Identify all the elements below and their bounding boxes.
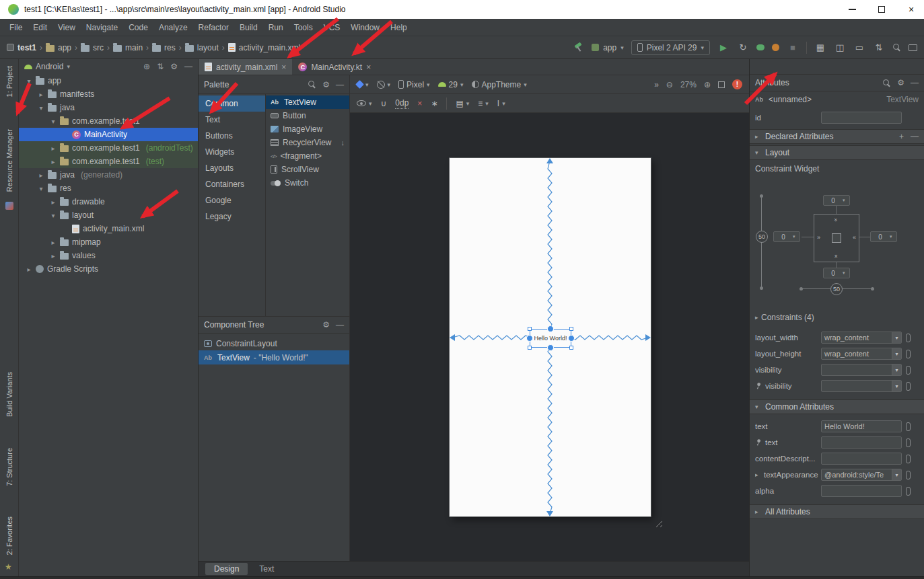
layout-width-dropdown[interactable]: wrap_content ▾ [821, 332, 902, 344]
palette-category-containers[interactable]: Containers [199, 176, 265, 192]
id-input[interactable] [821, 112, 902, 124]
constraint-arrow-top[interactable]: » [832, 218, 839, 221]
component-tree-item-textview[interactable]: Ab TextView - "Hello World!" [199, 350, 349, 364]
constraint-anchor-bottom[interactable] [547, 344, 554, 351]
breadcrumb-src[interactable]: src [81, 43, 104, 52]
tree-item-gradle-scripts[interactable]: ▸ Gradle Scripts [19, 262, 198, 276]
tools-text-input[interactable] [821, 436, 902, 449]
locate-file-icon[interactable]: ⊕ [143, 62, 150, 71]
tree-item-java-generated[interactable]: ▸ java (generated) [19, 168, 198, 182]
menu-file[interactable]: File [4, 21, 28, 34]
stop-icon[interactable]: ■ [787, 42, 799, 52]
palette-item-imageview[interactable]: ImageView [266, 122, 349, 136]
error-panel-icon[interactable]: ! [732, 79, 742, 89]
search-icon[interactable] [308, 80, 316, 89]
resource-picker-icon[interactable] [906, 366, 911, 375]
module-selector[interactable]: app ▾ [592, 43, 624, 52]
menu-edit[interactable]: Edit [28, 21, 52, 34]
tree-collapsed-icon[interactable]: ▸ [38, 171, 44, 179]
section-common-attributes[interactable]: ▾ Common Attributes [750, 399, 924, 414]
tools-visibility-dropdown[interactable]: ▾ [821, 380, 902, 392]
canvas-resize-handle[interactable] [653, 518, 662, 527]
device-selector[interactable]: Pixel 2 API 29 ▾ [631, 40, 710, 55]
menu-run[interactable]: Run [263, 21, 289, 34]
tab-design[interactable]: Design [205, 563, 248, 575]
menu-view[interactable]: View [52, 21, 81, 34]
tree-item-package[interactable]: ▾ com.example.test1 [19, 114, 198, 128]
menu-refactor[interactable]: Refactor [193, 21, 234, 34]
palette-category-legacy[interactable]: Legacy [199, 208, 265, 225]
tree-expanded-icon[interactable]: ▾ [38, 104, 44, 112]
pack-menu[interactable]: ▤▾ [456, 99, 469, 108]
menu-analyze[interactable]: Analyze [153, 21, 193, 34]
resource-picker-icon[interactable] [906, 334, 911, 342]
resource-picker-icon[interactable] [906, 487, 911, 496]
gear-icon[interactable]: ⚙ [170, 62, 178, 71]
sdk-manager-icon[interactable]: ⇅ [873, 42, 885, 52]
tool-window-favorites[interactable]: 2: Favorites [5, 516, 13, 555]
avd-manager-icon[interactable]: ▭ [853, 42, 865, 52]
search-everywhere-icon[interactable] [892, 43, 901, 52]
tree-expanded-icon[interactable]: ▾ [50, 118, 57, 125]
constraint-anchor-right[interactable] [568, 335, 575, 342]
tree-item-layout[interactable]: ▾ layout [19, 208, 198, 222]
palette-item-recyclerview[interactable]: RecyclerView ↓ [266, 136, 349, 149]
selection-handle[interactable] [569, 327, 573, 331]
zoom-out-icon[interactable]: ⊖ [666, 80, 673, 89]
clear-constraints-icon[interactable]: × [417, 99, 422, 108]
section-constraints[interactable]: ▸ Constraints (4) [750, 309, 924, 325]
resource-picker-icon[interactable] [906, 471, 911, 479]
chevron-right-icon[interactable]: ▸ [755, 471, 761, 478]
guidelines-menu[interactable]: I▾ [497, 99, 505, 108]
run-button[interactable]: ▶ [717, 42, 730, 52]
tree-collapsed-icon[interactable]: ▸ [50, 239, 57, 246]
palette-category-google[interactable]: Google [199, 192, 265, 208]
tree-item-java[interactable]: ▾ java [19, 101, 198, 114]
selection-handle[interactable] [528, 327, 532, 331]
breadcrumb-res[interactable]: res [152, 43, 176, 52]
close-button[interactable]: × [907, 5, 916, 14]
tool-window-project[interactable]: 1: Project [5, 66, 13, 97]
hide-panel-icon[interactable]: — [336, 80, 344, 89]
hide-panel-icon[interactable]: — [911, 78, 919, 87]
vertical-bias-value[interactable]: 50 [756, 231, 768, 243]
tool-window-structure[interactable]: 7: Structure [5, 448, 13, 486]
breadcrumb-app[interactable]: app [46, 43, 71, 52]
profile-icon[interactable] [772, 44, 779, 51]
resource-picker-icon[interactable] [906, 350, 911, 358]
tab-text[interactable]: Text [250, 563, 283, 575]
minimize-button[interactable] [847, 5, 857, 14]
remove-attribute-icon[interactable]: — [911, 132, 919, 141]
tree-item-drawable[interactable]: ▸ drawable [19, 195, 198, 208]
tree-item-manifests[interactable]: ▸ manifests [19, 87, 198, 101]
tree-item-res[interactable]: ▾ res [19, 182, 198, 195]
resource-picker-icon[interactable] [906, 438, 911, 447]
content-description-input[interactable] [821, 453, 902, 465]
device-file-explorer-icon[interactable]: ▦ [814, 42, 826, 52]
design-surface-selector[interactable]: ▾ [357, 81, 369, 88]
breadcrumb-activity-main-xml[interactable]: activity_main.xml [228, 43, 300, 52]
close-tab-icon[interactable]: × [366, 63, 371, 72]
tree-collapsed-icon[interactable]: ▸ [50, 198, 57, 206]
layout-inspector-icon[interactable]: ◫ [834, 42, 846, 52]
menu-navigate[interactable]: Navigate [81, 21, 123, 34]
device-menu[interactable]: Pixel▾ [398, 80, 430, 89]
text-appearance-dropdown[interactable]: @android:style/Te ▾ [821, 469, 902, 481]
menu-tools[interactable]: Tools [289, 21, 318, 34]
api-version-menu[interactable]: 29▾ [438, 80, 464, 89]
margin-top-dropdown[interactable]: 0 ▾ [823, 195, 850, 206]
default-margin-selector[interactable]: 0dp [395, 98, 408, 109]
tree-collapsed-icon[interactable]: ▸ [50, 158, 57, 165]
tree-item-app[interactable]: ▾ app [19, 74, 198, 87]
view-options-menu[interactable]: ▾ [357, 100, 372, 107]
constraint-arrow-left[interactable]: » [817, 234, 820, 241]
tree-item-package-test[interactable]: ▸ com.example.test1 (test) [19, 155, 198, 168]
constraint-arrow-right[interactable]: « [853, 234, 856, 241]
notifications-icon[interactable] [909, 44, 917, 51]
menu-help[interactable]: Help [385, 21, 413, 34]
build-hammer-icon[interactable] [573, 42, 584, 52]
alpha-input[interactable] [821, 485, 902, 497]
tree-item-values[interactable]: ▸ values [19, 249, 198, 262]
palette-category-layouts[interactable]: Layouts [199, 160, 265, 176]
tree-item-mipmap[interactable]: ▸ mipmap [19, 235, 198, 249]
